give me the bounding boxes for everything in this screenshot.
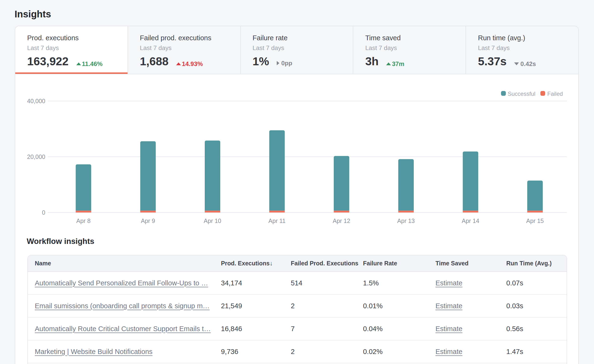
svg-text:40,000: 40,000 (27, 98, 45, 104)
svg-text:Apr 10: Apr 10 (204, 218, 222, 224)
svg-text:20,000: 20,000 (27, 153, 45, 160)
svg-text:Apr 11: Apr 11 (268, 218, 286, 224)
svg-text:Apr 12: Apr 12 (333, 218, 350, 224)
svg-text:0: 0 (42, 209, 45, 216)
svg-text:Apr 15: Apr 15 (526, 218, 544, 224)
svg-text:Apr 14: Apr 14 (462, 218, 479, 224)
svg-text:Failed: Failed (547, 91, 563, 97)
svg-text:Apr 9: Apr 9 (141, 218, 155, 224)
svg-text:Apr 13: Apr 13 (397, 218, 415, 224)
svg-text:Successful: Successful (508, 91, 535, 97)
svg-text:Apr 8: Apr 8 (76, 218, 91, 224)
